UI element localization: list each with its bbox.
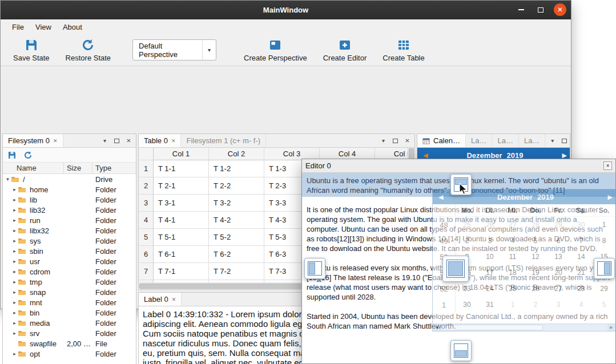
expand-arrow-icon[interactable]: ▸ [11,269,18,274]
tree-row[interactable]: ▸ srv Folder [3,328,136,338]
tree-row[interactable]: ▸ lib Folder [3,195,136,205]
tree-row[interactable]: ▸ lib32 Folder [3,205,136,215]
row-number[interactable]: 4 [139,212,154,229]
tree-row[interactable]: ▸ cdrom Folder [3,266,136,277]
dock-close-icon[interactable]: ✕ [125,137,132,144]
close-button[interactable]: ✕ [554,3,566,16]
tab-filesystem-0[interactable]: Filesystem 0 ✕ [3,134,63,147]
titlebar[interactable]: MainWindow ✕ [1,1,571,19]
table-cell[interactable]: T 4-2 [209,212,264,229]
table-cell[interactable]: T 6-2 [209,246,264,263]
create-editor-button[interactable]: Create Editor [317,37,373,64]
tree-row[interactable]: ▸ sbin Folder [3,246,136,256]
table-cell[interactable]: T 6-1 [154,246,209,263]
dock-close-icon[interactable]: ✕ [404,137,411,144]
tree-row[interactable]: ▸ libx32 Folder [3,225,136,236]
dock-float-icon[interactable] [561,139,568,143]
dock-tab[interactable]: Filesystem 1 (c+ m- f-) ✕ [181,134,266,147]
tree-row[interactable]: swapfile 2,00 … File [3,338,136,349]
tree-row[interactable]: ▸ bin Folder [3,308,136,318]
expand-arrow-icon[interactable]: ▸ [11,258,18,264]
table-cell[interactable]: T 1-2 [209,160,264,177]
row-number[interactable]: 3 [139,195,154,212]
table-cell[interactable]: T 4-1 [154,212,209,229]
dock-indicator-right[interactable] [594,258,615,279]
expand-arrow-icon[interactable]: ▸ [11,320,18,326]
editor-close-button[interactable]: ✕ [603,161,612,170]
row-number[interactable]: 1 [139,160,154,177]
expand-arrow-icon[interactable]: ▸ [11,310,18,316]
dock-float-icon[interactable] [113,139,120,143]
tree-row[interactable]: ▸ media Folder [3,318,136,328]
column-header[interactable]: Col 2 [209,148,264,160]
editor-titlebar[interactable]: Editor 0 ✕ [302,159,615,173]
table-cell[interactable]: T 5-1 [154,229,209,246]
dock-float-icon[interactable] [392,139,399,143]
expand-arrow-icon[interactable]: ▸ [11,330,18,336]
tree-row[interactable]: ▸ tmp Folder [3,277,136,287]
table-cell[interactable]: T 3-2 [209,195,264,212]
perspective-dropdown[interactable]: Default Perspective ▾ [132,39,216,60]
tree-row[interactable]: ▸ run Folder [3,215,136,225]
column-header[interactable]: Col 1 [154,148,209,160]
menu-item[interactable]: File [6,21,30,34]
tab-close-icon[interactable]: ✕ [171,138,176,144]
table-cell[interactable]: T 2-2 [209,177,264,195]
menu-item[interactable]: About [57,21,88,34]
expand-arrow-icon[interactable]: ▾ [5,176,11,182]
create-perspective-button[interactable]: Create Perspective [238,37,313,64]
table-cell[interactable]: T 3-1 [154,195,209,212]
tab-label-0[interactable]: Label 0 ✕ [139,293,182,306]
tree-row[interactable]: ▸ opt Folder [3,349,136,359]
save-icon[interactable] [7,151,17,160]
restore-state-button[interactable]: Restore State [60,37,117,64]
expand-arrow-icon[interactable]: ▸ [11,238,18,244]
expand-arrow-icon[interactable]: ▸ [11,300,18,305]
create-table-button[interactable]: Create Table [377,37,430,64]
expand-arrow-icon[interactable]: ▸ [11,248,18,254]
table-cell[interactable]: T 1-1 [154,160,209,177]
dock-tab[interactable]: Table 0 ✕ [139,134,181,147]
table-cell[interactable]: T 5-2 [209,229,264,246]
maximize-button[interactable] [534,3,547,16]
expand-arrow-icon[interactable]: ▸ [11,197,18,203]
tab-close-icon[interactable]: ✕ [172,297,176,302]
dock-indicator-left[interactable] [304,258,325,279]
row-number[interactable]: 5 [139,229,154,246]
tree-row[interactable]: ▸ sys Folder [3,236,136,246]
tab-close-icon[interactable]: ✕ [53,138,58,144]
scrollbar-thumb[interactable] [139,284,302,289]
dock-menu-icon[interactable]: ▾ [549,137,556,144]
restore-icon[interactable] [23,151,33,160]
row-number[interactable]: 2 [139,177,154,195]
tree-row[interactable]: ▸ mnt Folder [3,297,136,308]
dock-tab[interactable]: Calen… [417,134,466,147]
row-number[interactable]: 7 [139,263,154,280]
column-name[interactable]: Name [17,164,37,172]
row-number[interactable]: 6 [139,246,154,263]
expand-arrow-icon[interactable]: ▸ [11,351,18,357]
column-type[interactable]: Type [95,164,111,172]
tree-row[interactable]: ▸ usr Folder [3,256,136,266]
expand-arrow-icon[interactable]: ▸ [11,207,18,213]
dock-indicator-center[interactable] [442,256,469,282]
expand-arrow-icon[interactable]: ▸ [11,289,18,295]
dock-indicator-bottom[interactable] [450,340,472,361]
tree-row[interactable]: ▸ home Folder [3,184,136,195]
save-state-button[interactable]: Save State [7,37,55,64]
column-size[interactable]: Size [67,164,81,172]
dock-tab[interactable]: La… [466,134,492,147]
expand-arrow-icon[interactable]: ▸ [11,279,18,285]
table-cell[interactable]: T 2-1 [154,177,209,195]
minimize-button[interactable] [515,3,528,16]
table-cell[interactable]: T 7-1 [154,263,209,280]
tree-row[interactable]: ▾ / Drive [3,174,136,184]
dock-menu-icon[interactable]: ▾ [101,137,108,144]
dock-menu-icon[interactable]: ▾ [380,137,387,144]
expand-arrow-icon[interactable]: ▸ [11,187,18,192]
expand-arrow-icon[interactable]: ▸ [11,228,18,233]
menu-item[interactable]: View [30,21,57,34]
tree-row[interactable]: ▸ snap Folder [3,287,136,297]
dock-tab[interactable]: La… [492,134,518,147]
dock-tab[interactable]: La… [519,134,545,147]
